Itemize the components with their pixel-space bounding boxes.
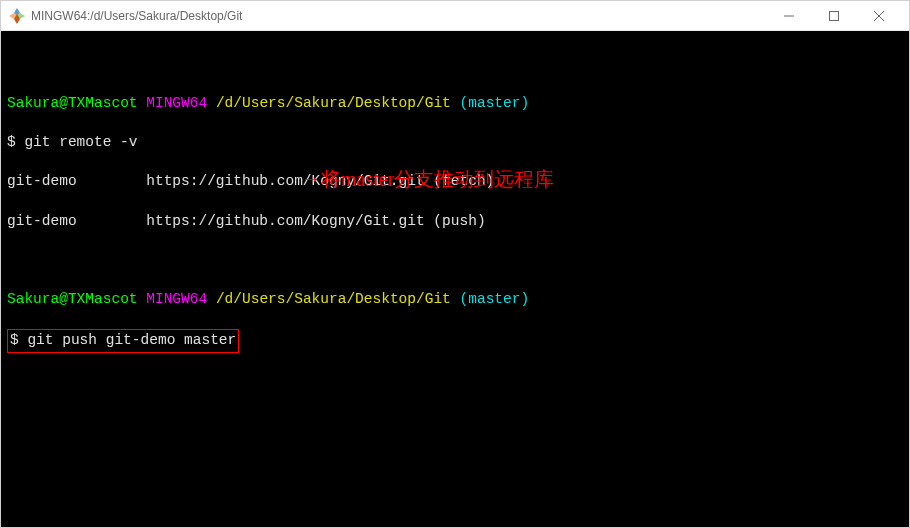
prompt-line: Sakura@TXMascot MINGW64 /d/Users/Sakura/… — [7, 290, 903, 310]
maximize-button[interactable] — [811, 2, 856, 30]
output-line: git-demo https://github.com/Kogny/Git.gi… — [7, 212, 903, 232]
prompt-user: Sakura — [7, 95, 59, 111]
highlighted-command: $ git push git-demo master — [7, 329, 239, 353]
prompt-path: /d/Users/Sakura/Desktop/Git — [216, 291, 451, 307]
prompt-line: Sakura@TXMascot MINGW64 /d/Users/Sakura/… — [7, 94, 903, 114]
window-controls — [766, 2, 901, 30]
prompt-shell: MINGW64 — [146, 291, 207, 307]
arrow-icon: → — [305, 166, 317, 193]
app-icon — [9, 8, 25, 24]
command-text: git remote -v — [24, 134, 137, 150]
prompt-path: /d/Users/Sakura/Desktop/Git — [216, 95, 451, 111]
titlebar: MINGW64:/d/Users/Sakura/Desktop/Git — [1, 1, 909, 31]
window-title: MINGW64:/d/Users/Sakura/Desktop/Git — [31, 9, 766, 23]
prompt-shell: MINGW64 — [146, 95, 207, 111]
prompt-branch: (master) — [460, 95, 530, 111]
terminal[interactable]: Sakura@TXMascot MINGW64 /d/Users/Sakura/… — [1, 31, 909, 527]
prompt-symbol: $ — [10, 332, 27, 348]
prompt-at: @ — [59, 95, 68, 111]
prompt-symbol: $ — [7, 134, 24, 150]
annotation-callout: → 将master分支推动到远程库 — [305, 166, 554, 193]
prompt-host: TXMascot — [68, 291, 138, 307]
prompt-host: TXMascot — [68, 95, 138, 111]
command-line: $ git remote -v — [7, 133, 903, 153]
minimize-button[interactable] — [766, 2, 811, 30]
command-line: $ git push git-demo master — [7, 329, 903, 353]
prompt-branch: (master) — [460, 291, 530, 307]
prompt-at: @ — [59, 291, 68, 307]
command-text: git push git-demo master — [27, 332, 236, 348]
close-button[interactable] — [856, 2, 901, 30]
svg-rect-5 — [829, 11, 838, 20]
prompt-user: Sakura — [7, 291, 59, 307]
annotation-text: 将master分支推动到远程库 — [321, 166, 554, 193]
